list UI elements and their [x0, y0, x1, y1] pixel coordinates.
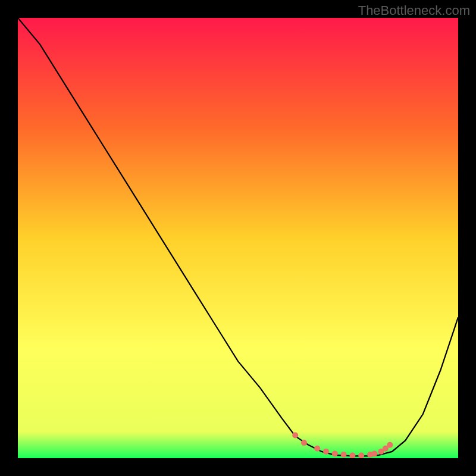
marker-dot — [301, 440, 307, 446]
marker-dot — [314, 446, 320, 452]
chart-svg — [18, 18, 458, 458]
marker-dot — [341, 452, 347, 458]
marker-dot — [332, 451, 338, 457]
marker-dot — [323, 449, 329, 455]
marker-dot — [387, 442, 393, 448]
watermark-text: TheBottleneck.com — [358, 3, 470, 18]
chart-container — [18, 18, 458, 458]
marker-dot — [292, 433, 298, 439]
marker-dot — [371, 451, 377, 457]
gradient-bg — [18, 18, 458, 458]
